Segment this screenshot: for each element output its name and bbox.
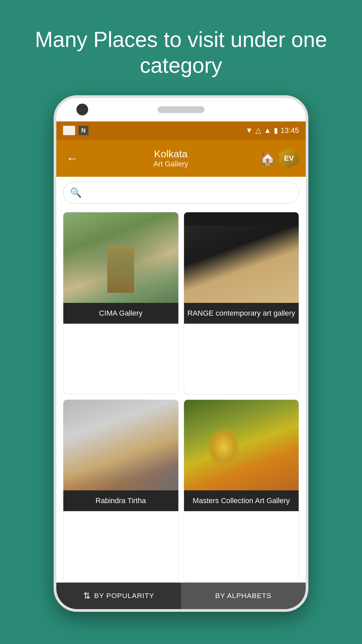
card-image-cima bbox=[63, 212, 178, 303]
app-bar-title: Kolkata Art Gallery bbox=[87, 148, 255, 168]
gallery-card-rabindra[interactable]: Rabindra Tirtha bbox=[63, 399, 179, 582]
search-container: 🔍 bbox=[56, 177, 306, 209]
logo-badge[interactable]: EV bbox=[279, 148, 299, 168]
notification-icon-n: N bbox=[78, 126, 88, 135]
time-display: 13:45 bbox=[281, 126, 299, 135]
app-bar-category: Art Gallery bbox=[154, 160, 188, 168]
phone-speaker bbox=[158, 106, 204, 113]
phone-frame: N ▼ △ ▲ ▮ 13:45 ← Kolkata Art Gallery 🏠 … bbox=[54, 95, 308, 612]
gallery-grid: CIMA Gallery RANGE contemporary art gall… bbox=[56, 209, 306, 586]
signal-icon-1: △ bbox=[255, 126, 261, 135]
back-button[interactable]: ← bbox=[63, 148, 82, 169]
front-camera bbox=[76, 104, 88, 115]
battery-icon: ▮ bbox=[274, 126, 278, 135]
app-bar-city: Kolkata bbox=[154, 148, 187, 160]
home-button[interactable]: 🏠 bbox=[260, 151, 276, 166]
card-label-rabindra: Rabindra Tirtha bbox=[63, 490, 178, 511]
signal-icon-2: ▲ bbox=[264, 126, 271, 135]
app-bar: ← Kolkata Art Gallery 🏠 EV bbox=[56, 140, 306, 177]
sort-by-alphabets-button[interactable]: BY ALPHABETS bbox=[181, 583, 306, 609]
sort-popularity-label: BY POPULARITY bbox=[94, 592, 155, 600]
phone-top-bezel bbox=[56, 98, 306, 121]
card-image-rabindra bbox=[63, 400, 178, 490]
gallery-card-masters[interactable]: Masters Collection Art Gallery bbox=[184, 399, 299, 582]
status-bar: N ▼ △ ▲ ▮ 13:45 bbox=[56, 121, 306, 140]
search-icon: 🔍 bbox=[70, 187, 82, 198]
notification-icon-image bbox=[63, 126, 75, 135]
gallery-scroll-area: CIMA Gallery RANGE contemporary art gall… bbox=[56, 209, 306, 586]
gallery-card-cima[interactable]: CIMA Gallery bbox=[63, 212, 179, 395]
search-input[interactable] bbox=[87, 188, 292, 197]
status-left-icons: N bbox=[63, 126, 88, 135]
sort-alphabets-label: BY ALPHABETS bbox=[215, 592, 272, 600]
bottom-sort-bar: ⇅ BY POPULARITY BY ALPHABETS bbox=[56, 582, 306, 609]
search-bar[interactable]: 🔍 bbox=[63, 182, 299, 204]
app-bar-actions: 🏠 EV bbox=[260, 148, 299, 168]
gallery-card-range[interactable]: RANGE contemporary art gallery bbox=[184, 212, 299, 395]
sort-by-popularity-button[interactable]: ⇅ BY POPULARITY bbox=[56, 583, 181, 609]
card-label-masters: Masters Collection Art Gallery bbox=[184, 490, 299, 511]
card-label-cima: CIMA Gallery bbox=[63, 303, 178, 324]
card-image-masters bbox=[184, 400, 299, 490]
card-label-range: RANGE contemporary art gallery bbox=[184, 303, 299, 324]
sort-icon: ⇅ bbox=[83, 591, 91, 601]
wifi-icon: ▼ bbox=[245, 126, 253, 135]
status-right-info: ▼ △ ▲ ▮ 13:45 bbox=[245, 126, 299, 135]
card-image-range bbox=[184, 212, 299, 303]
hero-title: Many Places to visit under one category bbox=[0, 27, 362, 78]
